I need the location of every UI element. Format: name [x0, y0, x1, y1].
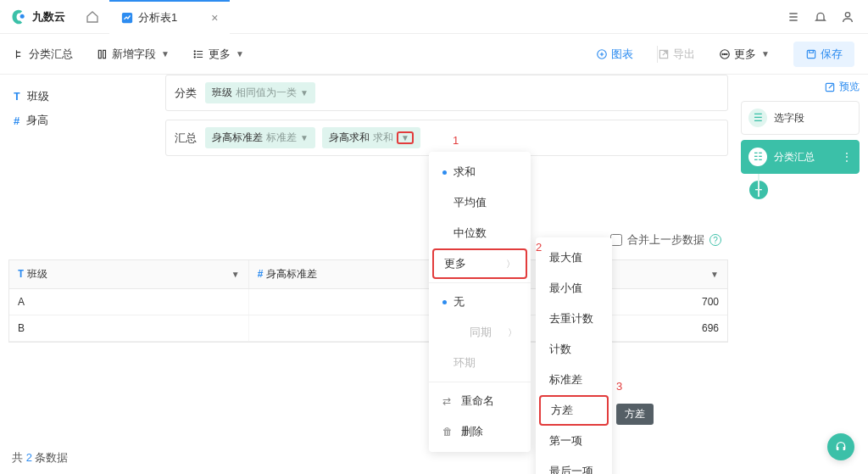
field-class[interactable]: T 班级	[14, 85, 152, 109]
more-dropdown[interactable]: 更多 ▼	[719, 47, 770, 62]
merge-label: 合并上一步数据	[627, 232, 704, 248]
column-add-icon	[97, 48, 108, 60]
chevron-right-icon: 〉	[506, 258, 515, 270]
trash-icon: 🗑	[442, 426, 454, 438]
menu-item-count[interactable]: 计数	[536, 334, 612, 365]
step-select-field[interactable]: ☰ 选字段	[741, 101, 860, 135]
menu-item-delete[interactable]: 🗑删除	[429, 416, 531, 447]
home-button[interactable]	[75, 10, 109, 24]
pill-stddev-sub: 标准差	[266, 131, 297, 145]
ellipsis-circle-icon	[719, 48, 731, 60]
menu-item-max[interactable]: 最大值	[536, 243, 612, 273]
chevron-down-icon[interactable]: ▼	[300, 133, 309, 142]
support-fab[interactable]	[827, 433, 854, 460]
selected-dot-icon	[442, 170, 447, 175]
pill-class[interactable]: 班级 相同值为一类 ▼	[205, 82, 315, 103]
pill-sum[interactable]: 身高求和 求和 ▼	[322, 127, 420, 148]
field-class-label: 班级	[27, 89, 49, 104]
menu-item-more[interactable]: 更多〉	[432, 248, 527, 279]
list-ordered-icon[interactable]	[787, 10, 800, 24]
pill-class-sub: 相同值为一类	[236, 86, 297, 100]
table-row[interactable]: B 696	[9, 315, 727, 342]
preview-label: 预览	[839, 80, 860, 94]
menu-item-avg[interactable]: 平均值	[429, 187, 531, 218]
export-button[interactable]: 导出	[658, 47, 695, 62]
svg-rect-4	[103, 50, 106, 58]
text-type-icon: T	[18, 269, 24, 281]
home-icon	[86, 10, 99, 24]
svg-point-13	[726, 53, 727, 54]
menu-item-mom[interactable]: 环期	[429, 348, 531, 378]
more2-label: 更多	[734, 47, 756, 62]
menu-item-rename[interactable]: ⇄重命名	[429, 386, 531, 416]
menu-item-none[interactable]: 无	[429, 287, 531, 317]
tab-close-icon[interactable]: ×	[211, 11, 218, 25]
filter-icon: ☰	[748, 109, 767, 127]
chevron-down-icon[interactable]: ▼	[397, 131, 414, 144]
table-row[interactable]: A 700	[9, 289, 727, 315]
menu-item-median[interactable]: 中位数	[429, 218, 531, 248]
add-field-button[interactable]: 新增字段 ▼	[97, 47, 170, 62]
number-type-icon: #	[258, 268, 264, 280]
table-header: T 班级 ▼ # 身高标准差 ▼ ▼	[9, 260, 727, 289]
step-classify[interactable]: ☷ 分类汇总 ⋮	[741, 140, 860, 174]
toolbar: 分类汇总 新增字段 ▼ 更多 ▼ 图表 导出 更多 ▼ 保存	[0, 34, 868, 75]
tab-analysis[interactable]: 分析表1 ×	[109, 0, 230, 34]
top-bar: 九数云 分析表1 ×	[0, 0, 868, 34]
chevron-down-icon: ▼	[161, 49, 170, 59]
pill-stddev[interactable]: 身高标准差 标准差 ▼	[205, 127, 315, 148]
svg-rect-3	[98, 50, 101, 58]
step-select-label: 选字段	[774, 111, 804, 125]
svg-rect-14	[807, 50, 815, 58]
menu-item-first[interactable]: 第一项	[536, 426, 612, 456]
svg-point-11	[722, 53, 723, 54]
data-table: T 班级 ▼ # 身高标准差 ▼ ▼ A 700 B 696	[8, 259, 728, 343]
save-button[interactable]: 保存	[793, 42, 854, 67]
menu-item-stddev[interactable]: 标准差	[536, 365, 612, 395]
step-classify-label: 分类汇总	[774, 150, 815, 165]
tree-icon: ☷	[748, 148, 767, 166]
menu-item-yoy[interactable]: 同期〉	[429, 317, 531, 348]
steps-panel: 预览 ☰ 选字段 ☷ 分类汇总 ⋮ +	[732, 75, 868, 204]
chevron-right-icon: 〉	[508, 326, 517, 339]
chevron-down-icon: ▼	[761, 49, 770, 59]
user-icon[interactable]	[841, 10, 854, 24]
classify-summary-button[interactable]: 分类汇总	[14, 47, 73, 62]
svg-point-12	[725, 53, 726, 54]
chart-button[interactable]: 图表	[596, 47, 633, 62]
aggregate-submenu: 最大值 最小值 去重计数 计数 标准差 方差 第一项 最后一项	[536, 237, 612, 474]
menu-item-distinct[interactable]: 去重计数	[536, 304, 612, 334]
classify-row: 分类 班级 相同值为一类 ▼	[165, 75, 728, 111]
kebab-icon[interactable]: ⋮	[842, 151, 852, 163]
pill-sum-name: 身高求和	[329, 131, 370, 145]
preview-link[interactable]: 预览	[741, 80, 860, 94]
menu-item-last[interactable]: 最后一项	[536, 456, 612, 474]
analysis-icon	[121, 12, 133, 24]
divider	[429, 282, 531, 283]
list-icon	[193, 48, 205, 60]
number-type-icon: #	[14, 114, 19, 127]
field-height[interactable]: # 身高	[14, 109, 152, 132]
menu-item-sum[interactable]: 求和	[429, 157, 531, 187]
preview-icon	[824, 81, 836, 93]
summary-row: 汇总 身高标准差 标准差 ▼ 身高求和 求和 ▼	[165, 120, 728, 156]
cell-class: A	[9, 289, 249, 315]
chevron-down-icon[interactable]: ▼	[710, 270, 719, 279]
save-icon	[805, 48, 817, 60]
toolbar-more-button[interactable]: 更多 ▼	[193, 47, 244, 62]
merge-checkbox[interactable]	[610, 234, 622, 246]
export-label: 导出	[673, 47, 695, 62]
chevron-down-icon[interactable]: ▼	[231, 270, 240, 279]
bell-icon[interactable]	[814, 10, 827, 24]
tree-icon	[14, 48, 25, 60]
menu-item-min[interactable]: 最小值	[536, 273, 612, 304]
help-icon[interactable]: ?	[709, 234, 721, 246]
pill-stddev-name: 身高标准差	[212, 131, 263, 145]
aggregate-menu: 求和 平均值 中位数 更多〉 无 同期〉 环期 ⇄重命名 🗑删除	[429, 152, 531, 452]
chevron-down-icon[interactable]: ▼	[300, 88, 309, 98]
brand-logo: 九数云	[0, 8, 75, 25]
selected-dot-icon	[442, 300, 447, 304]
col-class[interactable]: T 班级 ▼	[9, 260, 249, 288]
menu-item-variance[interactable]: 方差	[539, 395, 609, 426]
headset-icon	[834, 440, 848, 454]
